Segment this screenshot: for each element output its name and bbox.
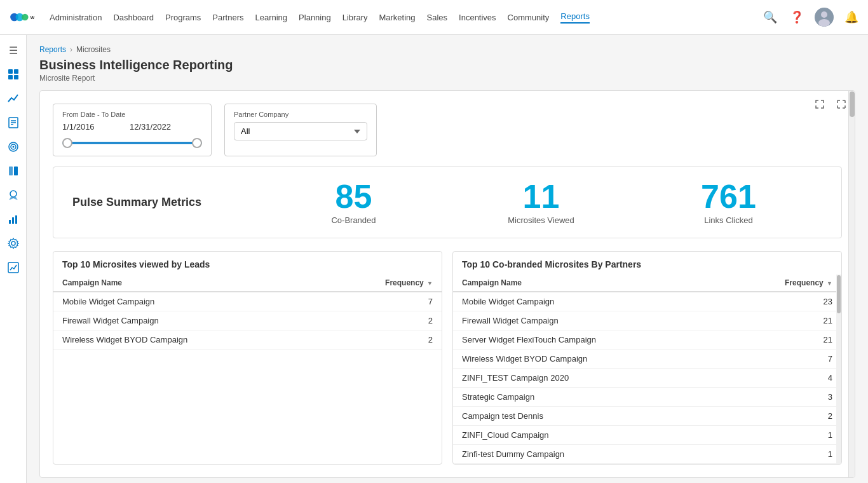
campaign-name: Wireless Widget BYOD Campaign [453,350,724,369]
svg-rect-8 [14,69,18,74]
campaign-name: ZINFI_TEST Campaign 2020 [453,369,724,388]
leads-col-frequency[interactable]: Frequency ▼ [320,275,442,292]
table-row: Zinfi-test Dummy Campaign 1 [453,445,841,464]
svg-point-24 [11,242,15,245]
nav-links: Administration Dashboard Programs Partne… [50,11,761,24]
svg-rect-9 [8,75,13,79]
metric-viewed-value: 11 [447,180,635,213]
cobranded-table-scrollbar[interactable] [836,275,841,464]
campaign-name: Firewall Widget Campaign [453,311,724,330]
frequency-value: 1 [724,445,841,464]
bar-chart-icon[interactable] [3,209,24,229]
report-icon[interactable] [3,112,24,133]
breadcrumb-separator: › [70,45,72,54]
left-sidebar: ☰ [0,35,27,483]
pulse-title: Pulse Summary Metrics [72,196,260,209]
date-filter-label: From Date - To Date [62,111,202,118]
table-row: Server Widget FlexiTouch Campaign 21 [453,330,841,350]
svg-point-2 [22,14,29,21]
nav-community[interactable]: Community [508,13,550,22]
metric-viewed: 11 Microsites Viewed [447,180,635,225]
nav-library[interactable]: Library [342,13,368,22]
svg-rect-22 [12,217,14,224]
analytics-icon[interactable] [3,257,24,278]
nav-programs[interactable]: Programs [165,13,201,22]
range-thumb-left[interactable] [62,138,72,148]
line-chart-icon[interactable] [3,88,24,109]
nav-planning[interactable]: Planning [299,13,331,22]
campaign-name: Campaign test Dennis [453,407,724,426]
report-scrollbar-thumb [850,92,855,117]
book-icon[interactable] [3,161,24,181]
report-actions [811,96,850,112]
campaign-name: Strategic Campaign [453,388,724,407]
frequency-value: 2 [724,407,841,426]
nav-incentives[interactable]: Incentives [459,13,496,22]
cobranded-table-title: Top 10 Co-branded Microsites By Partners [453,252,841,275]
nav-learning[interactable]: Learning [255,13,287,22]
date-from-input[interactable] [62,122,119,132]
nav-marketing[interactable]: Marketing [379,13,415,22]
metric-viewed-label: Microsites Viewed [447,215,635,225]
cobranded-col-campaign[interactable]: Campaign Name [453,275,724,292]
range-track [62,142,202,144]
menu-icon[interactable]: ☰ [3,40,24,60]
metric-cobranded-label: Co-Branded [260,215,447,225]
notifications-button[interactable]: 🔔 [843,8,860,26]
svg-point-20 [10,191,17,197]
frequency-value: 7 [724,350,841,369]
page-header: Business Intelligence Reporting Microsit… [39,58,855,83]
campaign-name: Zinfi-test Dummy Campaign [453,445,724,464]
campaign-name: Firewall Widget Campaign [53,311,320,330]
top-nav: WIDGET Administration Dashboard Programs… [0,0,868,35]
range-thumb-right[interactable] [192,138,202,148]
date-filter-box: From Date - To Date [53,104,212,156]
nav-reports[interactable]: Reports [560,11,590,24]
pulse-summary: Pulse Summary Metrics 85 Co-Branded 11 M… [53,167,842,238]
grid-icon[interactable] [3,64,24,85]
badge-icon[interactable] [3,185,24,205]
table-row: ZINFI_Cloud Campaign 1 [453,426,841,445]
svg-rect-7 [8,69,13,74]
table-row: Firewall Widget Campaign 21 [453,311,841,330]
logo-area[interactable]: WIDGET [8,4,34,31]
campaign-name: Mobile Widget Campaign [453,292,724,311]
frequency-value: 3 [724,388,841,407]
metric-cobranded-value: 85 [260,180,447,213]
frequency-value: 1 [724,426,841,445]
page-title: Business Intelligence Reporting [39,58,855,72]
metric-clicked: 761 Links Clicked [635,180,822,225]
leads-table-title: Top 10 Microsites viewed by Leads [53,252,442,275]
leads-table: Campaign Name Frequency ▼ Mobile Widget … [53,275,442,350]
filters-section: From Date - To Date Partner Company All [40,91,855,167]
nav-partners[interactable]: Partners [212,13,243,22]
target-icon[interactable] [3,137,24,157]
date-to-input[interactable] [130,122,187,132]
expand-button[interactable] [811,96,828,112]
date-range-slider[interactable] [62,137,202,149]
table-row: Firewall Widget Campaign 2 [53,311,442,330]
cobranded-col-frequency[interactable]: Frequency ▼ [724,275,841,292]
cog-icon[interactable] [3,233,24,254]
search-button[interactable]: 🔍 [761,8,779,26]
nav-sales[interactable]: Sales [427,13,448,22]
cobranded-frequency-sort-icon: ▼ [827,280,832,287]
cobranded-table: Campaign Name Frequency ▼ Mobile Widget … [453,275,841,464]
table-row: Mobile Widget Campaign 7 [53,292,442,311]
nav-administration[interactable]: Administration [50,13,102,22]
breadcrumb-reports[interactable]: Reports [39,45,66,54]
frequency-value: 7 [320,292,442,311]
report-scrollbar[interactable] [848,91,855,477]
table-row: Strategic Campaign 3 [453,388,841,407]
page-subtitle: Microsite Report [39,74,855,83]
campaign-name: Mobile Widget Campaign [53,292,320,311]
svg-rect-21 [9,220,11,224]
help-button[interactable]: ❓ [788,8,806,26]
avatar[interactable] [815,8,834,27]
fullscreen-button[interactable] [833,96,850,112]
nav-dashboard[interactable]: Dashboard [113,13,154,22]
frequency-value: 23 [724,292,841,311]
svg-rect-10 [14,75,18,79]
leads-col-campaign[interactable]: Campaign Name [53,275,320,292]
partner-select[interactable]: All [234,122,367,140]
